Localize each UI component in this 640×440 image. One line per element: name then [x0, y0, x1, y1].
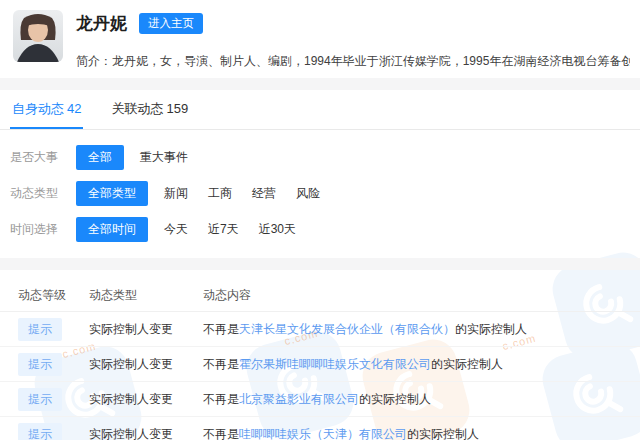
company-link[interactable]: 霍尔果斯哇唧唧哇娱乐文化有限公司	[239, 357, 431, 371]
filter-label-time-range: 时间选择	[10, 221, 66, 238]
profile-header: 龙丹妮 进入主页 简介：龙丹妮，女，导演、制片人、编剧，1994年毕业于浙江传媒…	[0, 0, 640, 78]
filter-option-all-time-selected[interactable]: 全部时间	[76, 217, 148, 242]
dynamic-content-cell: 不再是哇唧唧哇娱乐（天津）有限公司的实际控制人	[203, 426, 640, 440]
dynamic-content-cell: 不再是霍尔果斯哇唧唧哇娱乐文化有限公司的实际控制人	[203, 356, 640, 373]
tab-related-count: 159	[166, 101, 188, 116]
level-badge: 提示	[18, 423, 62, 440]
filter-option-business-registry[interactable]: 工商	[208, 185, 232, 202]
tab-related-dynamics[interactable]: 关联动态159	[109, 90, 190, 129]
level-badge: 提示	[18, 388, 62, 411]
section-divider	[0, 258, 640, 270]
table-row: 提示 实际控制人变更 不再是北京聚益影业有限公司的实际控制人	[0, 382, 640, 417]
dynamics-tabbar: 自身动态42 关联动态159	[0, 90, 640, 130]
avatar-photo	[13, 10, 63, 62]
tab-self-label: 自身动态	[12, 101, 64, 116]
profile-intro: 简介：龙丹妮，女，导演、制片人、编剧，1994年毕业于浙江传媒学院，1995年在…	[76, 53, 630, 70]
filter-label-dynamic-type: 动态类型	[10, 185, 66, 202]
tab-self-dynamics[interactable]: 自身动态42	[10, 90, 83, 129]
filter-panel: 是否大事 全部 重大事件 动态类型 全部类型 新闻 工商 经营 风险 时间选择 …	[0, 130, 640, 258]
table-header-row: 动态等级 动态类型 动态内容	[0, 280, 640, 312]
dynamic-content-cell: 不再是北京聚益影业有限公司的实际控制人	[203, 391, 640, 408]
dynamic-type-cell: 实际控制人变更	[89, 426, 203, 440]
person-dynamics-page: c.com c.com c.com 龙丹妮 进入主页 简介：龙丹妮，女，导演、制…	[0, 0, 640, 440]
table-row: 提示 实际控制人变更 不再是哇唧唧哇娱乐（天津）有限公司的实际控制人	[0, 417, 640, 440]
dynamic-content-cell: 不再是天津长星文化发展合伙企业（有限合伙）的实际控制人	[203, 321, 640, 338]
dynamic-type-cell: 实际控制人变更	[89, 321, 203, 338]
filter-option-last-30-days[interactable]: 近30天	[259, 221, 296, 238]
filter-option-last-7-days[interactable]: 近7天	[208, 221, 239, 238]
section-divider	[0, 78, 640, 90]
level-badge: 提示	[18, 318, 62, 341]
filter-option-today[interactable]: 今天	[164, 221, 188, 238]
filter-row-major-event: 是否大事 全部 重大事件	[10, 145, 640, 169]
tab-related-label: 关联动态	[111, 101, 163, 116]
column-header-level: 动态等级	[18, 287, 89, 304]
table-row: 提示 实际控制人变更 不再是霍尔果斯哇唧唧哇娱乐文化有限公司的实际控制人	[0, 347, 640, 382]
filter-option-risk[interactable]: 风险	[296, 185, 320, 202]
filter-option-major-event[interactable]: 重大事件	[140, 149, 188, 166]
company-link[interactable]: 哇唧唧哇娱乐（天津）有限公司	[239, 427, 407, 440]
column-header-content: 动态内容	[203, 287, 640, 304]
company-link[interactable]: 天津长星文化发展合伙企业（有限合伙）	[239, 322, 455, 336]
company-link[interactable]: 北京聚益影业有限公司	[239, 392, 359, 406]
enter-homepage-button[interactable]: 进入主页	[139, 13, 203, 34]
filter-row-time-range: 时间选择 全部时间 今天 近7天 近30天	[10, 217, 640, 241]
filter-option-operation[interactable]: 经营	[252, 185, 276, 202]
dynamic-type-cell: 实际控制人变更	[89, 391, 203, 408]
tab-self-count: 42	[67, 101, 81, 116]
filter-row-dynamic-type: 动态类型 全部类型 新闻 工商 经营 风险	[10, 181, 640, 205]
filter-option-all-types-selected[interactable]: 全部类型	[76, 181, 148, 206]
table-row: 提示 实际控制人变更 不再是天津长星文化发展合伙企业（有限合伙）的实际控制人	[0, 312, 640, 347]
filter-option-all-selected[interactable]: 全部	[76, 145, 124, 170]
dynamic-type-cell: 实际控制人变更	[89, 356, 203, 373]
column-header-type: 动态类型	[89, 287, 203, 304]
dynamics-table: 动态等级 动态类型 动态内容 提示 实际控制人变更 不再是天津长星文化发展合伙企…	[0, 270, 640, 440]
filter-label-major-event: 是否大事	[10, 149, 66, 166]
profile-name: 龙丹妮	[76, 12, 127, 35]
level-badge: 提示	[18, 353, 62, 376]
filter-option-news[interactable]: 新闻	[164, 185, 188, 202]
